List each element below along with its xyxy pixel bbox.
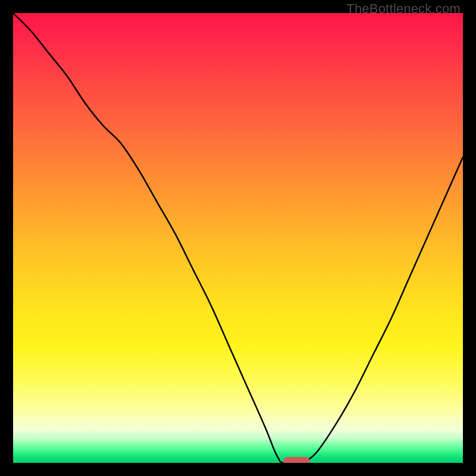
bottleneck-curve xyxy=(13,13,463,463)
bottleneck-curve-svg xyxy=(13,13,463,463)
chart-frame: TheBottleneck.com xyxy=(0,0,476,476)
optimum-marker xyxy=(283,457,310,463)
plot-area xyxy=(13,13,463,463)
